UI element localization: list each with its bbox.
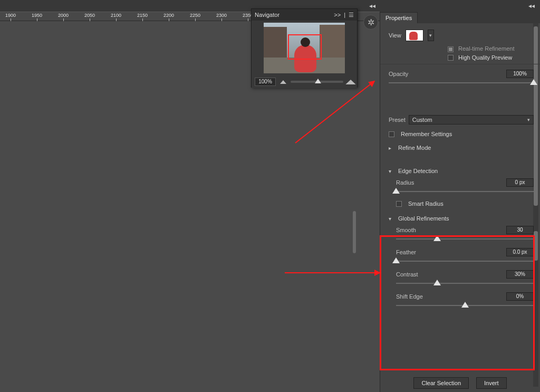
invert-button[interactable]: Invert: [476, 377, 507, 389]
ruler-tick: 2150: [137, 13, 148, 18]
edge-detection-header[interactable]: ▾ Edge Detection: [389, 168, 534, 174]
zoom-out-icon[interactable]: [280, 80, 286, 84]
remember-settings-checkbox[interactable]: [389, 131, 394, 137]
feather-value-input[interactable]: 0.0 px: [506, 248, 534, 256]
opacity-slider[interactable]: [389, 79, 534, 87]
smooth-label: Smooth: [396, 227, 416, 233]
smart-radius-label: Smart Radius: [408, 200, 443, 207]
ruler-tick: 2100: [111, 13, 121, 18]
smooth-value-input[interactable]: 30: [506, 226, 534, 234]
tab-properties[interactable]: Properties: [380, 12, 418, 23]
refine-mode-header[interactable]: ▸ Refine Mode: [389, 145, 534, 151]
navigator-footer: 100%: [252, 75, 357, 88]
contrast-row: Contrast 30%: [396, 270, 534, 279]
properties-body: View ▾ Real-time Refinement High Quality…: [380, 23, 540, 392]
ruler-tick: 2250: [190, 13, 200, 18]
feather-slider-knob[interactable]: [392, 257, 400, 263]
remember-settings-row[interactable]: Remember Settings: [389, 131, 534, 137]
realtime-refinement-label: Real-time Refinement: [458, 45, 514, 52]
properties-tab-row: Properties: [380, 12, 540, 23]
navigator-body: [252, 21, 357, 75]
preset-label: Preset: [389, 117, 406, 123]
chevron-down-icon: ▾: [527, 117, 530, 122]
collapse-icon[interactable]: >>: [334, 12, 341, 18]
opacity-row: Opacity 100%: [389, 70, 534, 78]
preset-select[interactable]: Custom ▾: [409, 115, 534, 125]
smooth-slider[interactable]: [396, 235, 534, 243]
ruler-tick: 2200: [163, 13, 174, 18]
ruler-tick: 2050: [84, 13, 95, 18]
realtime-refinement-checkbox: [448, 46, 454, 52]
chevron-right-icon: ▸: [389, 145, 394, 151]
global-refinements-label: Global Refinements: [398, 215, 449, 222]
zoom-in-icon[interactable]: [345, 80, 355, 84]
zoom-slider[interactable]: [291, 81, 343, 83]
high-quality-preview-row[interactable]: High Quality Preview: [448, 54, 534, 61]
global-refinements-header[interactable]: ▾ Global Refinements: [389, 215, 534, 222]
ruler-tick: 2300: [216, 13, 227, 18]
contrast-slider-knob[interactable]: [433, 280, 441, 285]
smart-radius-row[interactable]: Smart Radius: [396, 200, 534, 207]
shift-edge-label: Shift Edge: [396, 293, 423, 300]
shift-edge-value-input[interactable]: 0%: [506, 292, 534, 301]
separator: [380, 64, 540, 64]
panel-menu-icon[interactable]: ☰: [349, 12, 354, 18]
shift-edge-row: Shift Edge 0%: [396, 292, 534, 301]
zoom-slider-knob[interactable]: [315, 79, 321, 83]
ruler-tick: 1950: [32, 13, 42, 18]
radius-slider[interactable]: [396, 188, 534, 195]
navigator-title: Navigator: [255, 12, 331, 18]
vertical-scrollbar-thumb[interactable]: [353, 211, 356, 253]
contrast-label: Contrast: [396, 271, 418, 278]
chevron-down-icon: ▾: [389, 216, 394, 222]
preset-value: Custom: [412, 117, 432, 123]
divider-icon: |: [344, 12, 345, 18]
radius-row: Radius 0 px: [396, 178, 534, 187]
chevron-down-icon: ▾: [389, 168, 394, 174]
preset-row: Preset Custom ▾: [389, 115, 534, 125]
navigator-thumbnail[interactable]: [264, 23, 345, 73]
navigator-viewport-box[interactable]: [288, 34, 322, 60]
feather-slider[interactable]: [396, 257, 534, 265]
view-mode-thumbnail[interactable]: [406, 30, 423, 41]
view-mode-row: View ▾: [389, 30, 534, 41]
ruler-tick: 1900: [5, 13, 16, 18]
opacity-slider-knob[interactable]: [530, 79, 537, 85]
panel-collapse-right-icon[interactable]: ◂◂: [528, 2, 535, 9]
remember-settings-label: Remember Settings: [401, 131, 452, 137]
navigator-header[interactable]: Navigator >> | ☰: [252, 9, 357, 21]
view-mode-dropdown[interactable]: ▾: [428, 30, 434, 41]
panel-collapse-left-icon[interactable]: ◂◂: [369, 2, 375, 9]
refine-mode-label: Refine Mode: [398, 145, 431, 151]
high-quality-preview-label: High Quality Preview: [458, 54, 512, 61]
feather-label: Feather: [396, 249, 416, 255]
view-label: View: [389, 32, 401, 39]
action-button-row: Clear Selection Invert: [389, 377, 532, 389]
radius-slider-knob[interactable]: [392, 188, 400, 194]
contrast-slider[interactable]: [396, 280, 534, 287]
radius-value-input[interactable]: 0 px: [506, 178, 534, 187]
shift-edge-slider[interactable]: [396, 302, 534, 309]
ruler-tick: 2000: [58, 13, 69, 18]
feather-row: Feather 0.0 px: [396, 248, 534, 256]
subject-cutout: [0, 21, 206, 392]
clear-selection-button[interactable]: Clear Selection: [413, 377, 469, 389]
navigator-panel[interactable]: Navigator >> | ☰ 100%: [251, 8, 358, 88]
realtime-refinement-row: Real-time Refinement: [448, 45, 534, 52]
smart-radius-checkbox[interactable]: [396, 201, 402, 207]
opacity-label: Opacity: [389, 71, 408, 77]
properties-panel: Properties View ▾ Real-time Refinement H…: [380, 12, 540, 392]
annotation-arrow: [285, 272, 380, 273]
zoom-value-input[interactable]: 100%: [255, 78, 276, 86]
smooth-row: Smooth 30: [396, 226, 534, 234]
edge-detection-label: Edge Detection: [398, 168, 438, 174]
radius-label: Radius: [396, 179, 414, 186]
contrast-value-input[interactable]: 30%: [506, 270, 534, 279]
high-quality-preview-checkbox[interactable]: [448, 55, 454, 61]
opacity-value-input[interactable]: 100%: [506, 70, 534, 78]
shift-edge-slider-knob[interactable]: [461, 302, 469, 308]
smooth-slider-knob[interactable]: [433, 235, 441, 241]
ship-wheel-icon[interactable]: ✲: [363, 15, 378, 30]
